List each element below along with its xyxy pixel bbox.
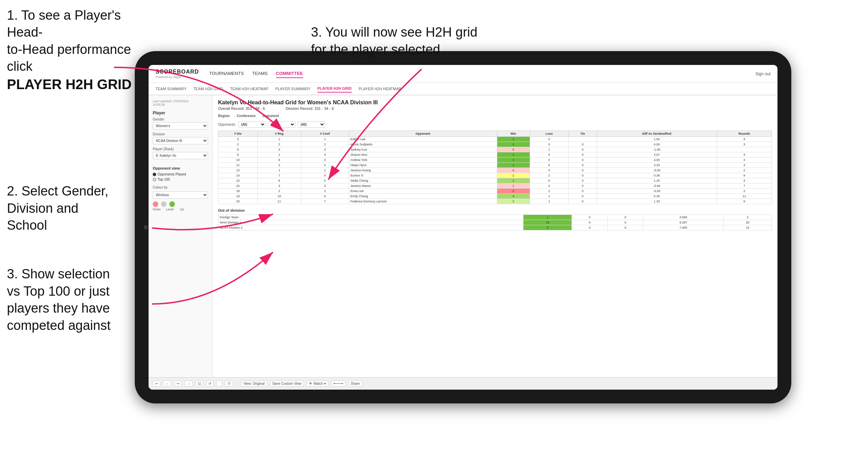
sub-nav-player-h2h-heatmap[interactable]: PLAYER H2H HEATMAP	[359, 85, 401, 92]
logo-area: SCOREBOARD Powered by clippd	[155, 69, 199, 79]
th-opponent: Opponent	[349, 131, 497, 137]
th-reg: # Reg	[258, 131, 301, 137]
instruction-mid-left: 2. Select Gender, Division and School	[7, 166, 135, 234]
th-win: Win	[497, 131, 530, 137]
toolbar-timer[interactable]: ⏱	[225, 381, 233, 387]
filter-subrow: Opponents: (All) (All) (All)	[218, 121, 772, 128]
table-row: 5	[218, 142, 258, 147]
filter-conference-label: Conference	[237, 114, 256, 118]
nav-right: Sign out	[755, 72, 771, 76]
radio-label-top100: Top 100	[158, 178, 170, 181]
colour-dot-down	[153, 201, 158, 207]
filter-group-conference: Conference	[237, 114, 256, 118]
sidebar-colour-select[interactable]: Win/loss	[153, 191, 208, 199]
sub-nav-team-h2h-heatmap[interactable]: TEAM H2H HEATMAP	[230, 85, 268, 92]
table-row: 3	[218, 137, 258, 142]
sub-nav-team-h2h-grid[interactable]: TEAM H2H GRID	[194, 85, 223, 92]
sign-out-link[interactable]: Sign out	[755, 72, 771, 76]
sidebar-gender-label: Gender	[153, 117, 208, 121]
th-rounds: Rounds	[717, 131, 772, 137]
radio-opponents-played[interactable]: Opponents Played	[153, 172, 208, 176]
colour-label-level: Level	[166, 208, 174, 211]
filter-conference-select[interactable]: (All)	[268, 121, 295, 128]
top-nav: SCOREBOARD Powered by clippd TOURNAMENTS…	[149, 65, 777, 83]
toolbar-layout[interactable]: ⟵⟶	[331, 381, 346, 387]
table-row: 9	[218, 152, 258, 158]
radio-dot-top100	[153, 178, 156, 181]
sidebar-player-rank-label: Player (Rank)	[153, 147, 208, 151]
instruction-line1: 1. To see a Player's Head-	[7, 8, 121, 39]
toolbar-back[interactable]: ←	[163, 381, 171, 387]
table-row: 10	[218, 158, 258, 163]
filter-section: Region Conference Opponent	[218, 114, 772, 118]
h2h-table: # Div # Reg # Conf Opponent Win Loss Tie…	[218, 131, 772, 204]
toolbar-forward[interactable]: →	[185, 381, 193, 387]
sub-nav-player-summary[interactable]: PLAYER SUMMARY	[275, 85, 311, 92]
instruction-top-left: 1. To see a Player's Head- to-Head perfo…	[7, 7, 138, 93]
filter-region-select[interactable]: (All)	[238, 121, 266, 128]
toolbar-grid[interactable]: ⊡	[196, 381, 203, 387]
colour-dot-up	[169, 201, 175, 207]
sub-nav-team-summary[interactable]: TEAM SUMMARY	[155, 85, 187, 92]
table-row: 6	[218, 147, 258, 152]
colour-dots	[153, 201, 208, 207]
th-div: # Div	[218, 131, 258, 137]
sub-nav-player-h2h-grid[interactable]: PLAYER H2H GRID	[318, 85, 352, 93]
toolbar-dot[interactable]: ·	[216, 381, 222, 387]
sidebar: Last Updated: 27/03/2024 16:55:38 Player…	[149, 95, 213, 377]
h2h-title: Katelyn Vo Head-to-Head Grid for Women's…	[218, 99, 772, 106]
opponents-label: Opponents:	[218, 123, 236, 126]
logo-text: SCOREBOARD	[155, 69, 199, 75]
sidebar-gender-select[interactable]: Women's	[153, 122, 208, 130]
table-row: 16	[218, 183, 258, 189]
instruction-top-right-text: 3. You will now see H2H grid for the pla…	[311, 25, 478, 56]
toolbar-undo[interactable]: ↩	[153, 381, 160, 387]
colour-dot-level	[161, 201, 167, 207]
table-row: 18	[218, 189, 258, 194]
radio-top100[interactable]: Top 100	[153, 178, 208, 181]
th-conf: # Conf	[301, 131, 349, 137]
table-row: 13	[218, 168, 258, 173]
sidebar-opponent-view-title: Opponent view	[153, 166, 208, 170]
toolbar-watch[interactable]: 👁 Watch ▾	[306, 381, 328, 387]
nav-item-tournaments[interactable]: TOURNAMENTS	[209, 69, 244, 78]
main-content: Last Updated: 27/03/2024 16:55:38 Player…	[149, 95, 777, 377]
table-row: 11	[218, 163, 258, 168]
filter-group-opponent: Opponent	[263, 114, 279, 118]
filter-opponent-label: Opponent	[263, 114, 279, 118]
instruction-mid-text: 2. Select Gender, Division and School	[7, 184, 108, 232]
colour-by-label: Colour by	[153, 185, 208, 189]
sidebar-timestamp: Last Updated: 27/03/2024 16:55:38	[153, 99, 208, 106]
data-area: Katelyn Vo Head-to-Head Grid for Women's…	[213, 95, 777, 377]
out-of-division-title: Out of division	[218, 208, 772, 212]
toolbar-refresh[interactable]: ↺	[206, 381, 214, 387]
app-container: SCOREBOARD Powered by clippd TOURNAMENTS…	[149, 65, 777, 390]
instruction-bold: PLAYER H2H GRID	[7, 77, 132, 92]
th-diff: Diff Av Strokes/Rnd	[597, 131, 717, 137]
filter-group-region: Region	[218, 114, 230, 118]
ood-table: Foreign Team 1 0 0 4.500 2 NAIA Division…	[218, 215, 772, 230]
sidebar-player-rank-select[interactable]: 8. Katelyn Vo	[153, 152, 208, 159]
toolbar-save-custom[interactable]: Save Custom View	[270, 381, 304, 387]
sidebar-division-label: Division	[153, 132, 208, 136]
th-loss: Loss	[530, 131, 568, 137]
radio-label-opponents: Opponents Played	[158, 172, 186, 176]
toolbar-redo[interactable]: ↪	[174, 381, 182, 387]
instruction-bottom-text: 3. Show selection vs Top 100 or just pla…	[7, 267, 111, 332]
instruction-bottom-left: 3. Show selection vs Top 100 or just pla…	[7, 249, 142, 334]
sub-nav: TEAM SUMMARY TEAM H2H GRID TEAM H2H HEAT…	[149, 83, 777, 95]
record-row: Overall Record: 353 - 34 - 6 Division Re…	[218, 106, 772, 111]
nav-item-committee[interactable]: COMMITTEE	[276, 69, 303, 78]
toolbar-view-original[interactable]: View: Original	[241, 381, 267, 387]
camera-bump	[144, 225, 148, 229]
tablet-frame: SCOREBOARD Powered by clippd TOURNAMENTS…	[135, 51, 791, 403]
table-row: 19	[218, 194, 258, 199]
toolbar-share[interactable]: Share	[348, 381, 362, 387]
division-record: Division Record: 331 - 34 - 6	[286, 106, 334, 111]
table-row: 15	[218, 178, 258, 183]
filter-opponent-select[interactable]: (All)	[298, 121, 325, 128]
sidebar-division-select[interactable]: NCAA Division III	[153, 137, 208, 144]
colour-label-up: Up	[180, 208, 184, 211]
overall-record: Overall Record: 353 - 34 - 6	[218, 106, 265, 111]
nav-item-teams[interactable]: TEAMS	[252, 69, 268, 78]
